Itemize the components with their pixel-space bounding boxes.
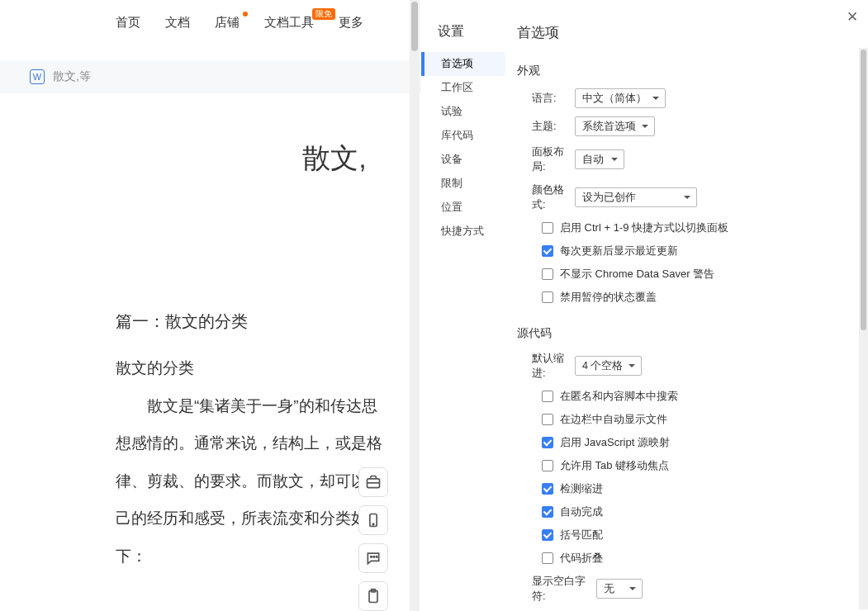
check-row-bracket-match: 括号匹配	[542, 528, 851, 542]
nav-docs[interactable]: 文档	[165, 15, 190, 31]
sidebar-item-preferences[interactable]: 首选项	[421, 52, 505, 76]
row-layout: 面板布局: 自动	[517, 144, 851, 174]
checkbox-paused-overlay[interactable]	[542, 291, 553, 303]
checkbox-label: 在边栏中自动显示文件	[560, 412, 667, 427]
settings-main: 首选项 外观 语言: 中文（简体） 主题: 系统首选项 面板布局: 自动 颜色格…	[505, 0, 868, 611]
row-language: 语言: 中文（简体）	[517, 88, 851, 108]
page-title: 首选项	[517, 23, 851, 42]
label-layout: 面板布局:	[517, 144, 575, 174]
checkbox-anon-search[interactable]	[542, 391, 553, 402]
checkbox-label: 禁用暂停的状态覆盖	[560, 290, 657, 305]
tool-briefcase[interactable]	[358, 467, 388, 497]
top-nav: 首页 文档 店铺 文档工具 限免 更多	[0, 0, 421, 45]
badge-new: 限免	[312, 8, 335, 20]
select-theme[interactable]: 系统首选项	[575, 116, 655, 136]
sidebar-item-workspace[interactable]: 工作区	[421, 76, 505, 100]
doc-heading: 篇一：散文的分类	[116, 301, 388, 341]
dot-indicator-icon	[243, 12, 248, 17]
select-indent[interactable]: 4 个空格	[575, 356, 642, 376]
section-sources: 源代码	[517, 326, 851, 341]
section-appearance: 外观	[517, 64, 851, 78]
devtools-settings-panel: ✕ 设置 首选项 工作区 试验 库代码 设备 限制 位置 快捷方式 首选项 外观…	[421, 0, 868, 611]
document-body: 篇一：散文的分类 散文的分类 散文是“集诸美于一身”的和传达思想感情的。通常来说…	[116, 301, 388, 575]
row-whitespace: 显示空白字符: 无	[517, 574, 851, 604]
floating-toolbar	[358, 467, 388, 611]
doc-paragraph: 散文是“集诸美于一身”的和传达思想感情的。通常来说，结构上，或是格律、剪裁、的要…	[116, 387, 388, 575]
checkbox-reveal-sidebar[interactable]	[542, 414, 553, 425]
sidebar-item-experiments[interactable]: 试验	[421, 100, 505, 124]
check-row-datasaver: 不显示 Chrome Data Saver 警告	[542, 267, 851, 282]
nav-tools[interactable]: 文档工具 限免	[264, 15, 314, 31]
check-row-autocomplete: 自动完成	[542, 504, 851, 519]
scrollbar-thumb[interactable]	[861, 50, 866, 330]
sidebar-item-throttling[interactable]: 限制	[421, 172, 505, 196]
checkbox-bracket-match[interactable]	[542, 529, 553, 541]
checkbox-tab-focus[interactable]	[542, 460, 553, 471]
sidebar-item-devices[interactable]: 设备	[421, 148, 505, 172]
sidebar-item-library[interactable]: 库代码	[421, 124, 505, 148]
tool-clipboard[interactable]	[358, 581, 388, 611]
document-bar: W 散文,等	[0, 60, 421, 93]
svg-point-4	[373, 557, 375, 558]
document-filename: 散文,等	[53, 69, 91, 84]
row-theme: 主题: 系统首选项	[517, 116, 851, 136]
phone-icon	[365, 512, 382, 528]
sidebar-item-locations[interactable]: 位置	[421, 196, 505, 220]
label-language: 语言:	[517, 91, 575, 106]
label-whitespace: 显示空白字符:	[517, 574, 596, 604]
select-layout[interactable]: 自动	[575, 149, 624, 169]
check-row-paused-overlay: 禁用暂停的状态覆盖	[542, 290, 851, 305]
checkbox-js-sourcemap[interactable]	[542, 437, 553, 448]
nav-tools-label: 文档工具	[264, 15, 314, 29]
checkbox-whatsnew[interactable]	[542, 245, 553, 257]
row-indent: 默认缩进: 4 个空格	[517, 351, 851, 381]
check-row-code-fold: 代码折叠	[542, 551, 851, 566]
svg-point-5	[376, 557, 377, 558]
page-scrollbar[interactable]	[410, 0, 420, 611]
svg-point-2	[372, 523, 374, 525]
select-whitespace[interactable]: 无	[596, 579, 643, 599]
nav-more[interactable]: 更多	[339, 15, 363, 31]
checkbox-label: 启用 Ctrl + 1-9 快捷方式以切换面板	[560, 220, 728, 235]
chat-icon	[365, 550, 382, 566]
nav-home[interactable]: 首页	[116, 15, 140, 31]
select-language[interactable]: 中文（简体）	[575, 88, 666, 108]
page-content: 首页 文档 店铺 文档工具 限免 更多 W 散文,等 散文, 篇一：散文的分类 …	[0, 0, 421, 611]
label-indent: 默认缩进:	[517, 351, 575, 381]
checkbox-label: 自动完成	[560, 504, 603, 519]
settings-scrollbar[interactable]	[859, 48, 868, 609]
settings-sidebar: 设置 首选项 工作区 试验 库代码 设备 限制 位置 快捷方式	[421, 0, 505, 611]
word-doc-icon: W	[30, 69, 45, 84]
clipboard-icon	[365, 588, 382, 604]
checkbox-label: 每次更新后显示最近更新	[560, 244, 678, 258]
checkbox-label: 不显示 Chrome Data Saver 警告	[560, 267, 714, 282]
checkbox-label: 检测缩进	[560, 481, 603, 496]
settings-title: 设置	[421, 23, 505, 52]
tool-phone[interactable]	[358, 505, 388, 535]
sidebar-item-shortcuts[interactable]: 快捷方式	[421, 220, 505, 244]
checkbox-autocomplete[interactable]	[542, 506, 553, 518]
check-row-whatsnew: 每次更新后显示最近更新	[542, 244, 851, 258]
doc-subheading: 散文的分类	[116, 349, 388, 387]
document-title: 散文,	[281, 140, 388, 178]
tool-chat[interactable]	[358, 543, 388, 573]
select-color[interactable]: 设为已创作	[575, 187, 697, 207]
check-row-ctrl19: 启用 Ctrl + 1-9 快捷方式以切换面板	[542, 220, 851, 235]
check-row-js-sourcemap: 启用 JavaScript 源映射	[542, 435, 851, 450]
checkbox-detect-indent[interactable]	[542, 483, 553, 495]
check-row-anon-search: 在匿名和内容脚本中搜索	[542, 389, 851, 404]
svg-point-3	[371, 557, 372, 558]
check-row-detect-indent: 检测缩进	[542, 481, 851, 496]
check-row-tab-focus: 允许用 Tab 键移动焦点	[542, 458, 851, 473]
scrollbar-thumb[interactable]	[411, 2, 418, 51]
checkbox-datasaver[interactable]	[542, 268, 553, 280]
label-theme: 主题:	[517, 119, 575, 134]
row-color: 颜色格式: 设为已创作	[517, 182, 851, 212]
checkbox-code-fold[interactable]	[542, 552, 553, 564]
check-row-reveal-sidebar: 在边栏中自动显示文件	[542, 412, 851, 427]
label-color: 颜色格式:	[517, 182, 575, 212]
checkbox-label: 在匿名和内容脚本中搜索	[560, 389, 678, 404]
nav-shop-label: 店铺	[215, 15, 240, 29]
nav-shop[interactable]: 店铺	[215, 15, 240, 31]
checkbox-ctrl19[interactable]	[542, 222, 553, 234]
